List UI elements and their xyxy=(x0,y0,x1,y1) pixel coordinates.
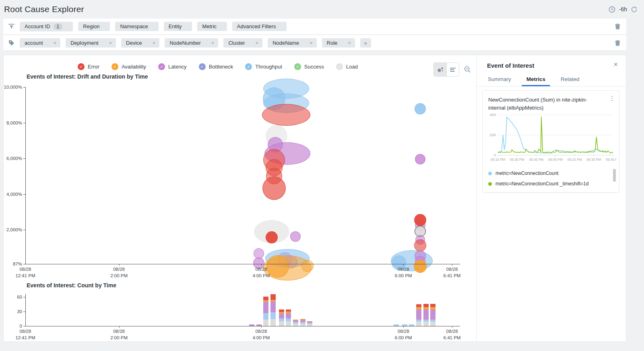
bar-segment-throughput[interactable] xyxy=(293,322,298,324)
bar-segment-error[interactable] xyxy=(263,297,268,301)
tag-pill-deployment[interactable]: Deployment× xyxy=(66,38,116,48)
bar-segment-throughput[interactable] xyxy=(423,320,429,322)
tag-pill-role[interactable]: Role× xyxy=(322,38,355,48)
event-bubble-error[interactable] xyxy=(262,104,310,126)
bar-segment-availability[interactable] xyxy=(293,320,298,320)
bar-segment-availability[interactable] xyxy=(430,307,436,309)
bar-segment-latency[interactable] xyxy=(300,320,305,322)
bubble-view-button[interactable] xyxy=(434,63,446,76)
bar-segment-error[interactable] xyxy=(286,309,291,312)
event-bubble-availability[interactable] xyxy=(414,260,427,273)
bar-segment-load[interactable] xyxy=(270,319,276,326)
bar-segment-latency[interactable] xyxy=(430,309,436,320)
bar-segment-throughput[interactable] xyxy=(300,322,305,324)
remove-tag-icon[interactable]: × xyxy=(54,40,57,46)
bar-segment-latency[interactable] xyxy=(286,313,291,318)
event-bubble-latency[interactable] xyxy=(415,154,425,164)
bar-segment-load[interactable] xyxy=(279,321,284,326)
close-icon[interactable]: × xyxy=(613,60,618,69)
legend-scrollbar[interactable] xyxy=(613,169,616,182)
event-bubble-latency[interactable] xyxy=(290,231,301,242)
event-bubble-error[interactable] xyxy=(414,239,426,251)
bar-segment-error[interactable] xyxy=(279,309,284,312)
bar-segment-load[interactable] xyxy=(286,321,291,326)
filter-pill-metric[interactable]: Metric xyxy=(197,22,227,31)
legend-item-availability[interactable]: ✓Availability xyxy=(111,63,146,70)
bar-segment-latency[interactable] xyxy=(423,309,429,320)
metric-legend-item[interactable]: metric=NewConnectionCount _timeshift=1d xyxy=(488,179,613,189)
remove-tag-icon[interactable]: × xyxy=(153,40,156,46)
add-tag-button[interactable]: + xyxy=(360,38,371,48)
bar-segment-load[interactable] xyxy=(423,322,429,326)
time-range-value[interactable]: -6h xyxy=(619,6,627,12)
bar-segment-availability[interactable] xyxy=(300,320,305,320)
remove-tag-icon[interactable]: × xyxy=(109,40,112,46)
bar-segment-availability[interactable] xyxy=(423,307,429,309)
bar-segment-availability[interactable] xyxy=(279,312,284,314)
bar-segment-load[interactable] xyxy=(307,324,312,326)
remove-tag-icon[interactable]: × xyxy=(256,40,259,46)
bar-segment-availability[interactable] xyxy=(286,312,291,313)
legend-item-bottleneck[interactable]: ✓Bottleneck xyxy=(199,63,233,70)
bar-segment-throughput[interactable] xyxy=(402,324,407,326)
bar-segment-latency[interactable] xyxy=(293,320,298,322)
bar-segment-throughput[interactable] xyxy=(307,323,312,324)
bar-segment-error[interactable] xyxy=(416,304,421,307)
bar-segment-throughput[interactable] xyxy=(409,324,414,326)
clock-icon[interactable] xyxy=(609,6,615,13)
bar-segment-error[interactable] xyxy=(423,304,429,307)
tag-pill-account[interactable]: account× xyxy=(20,38,60,48)
bar-segment-throughput[interactable] xyxy=(430,320,436,322)
refresh-icon[interactable] xyxy=(631,6,638,13)
filter-pill-entity[interactable]: Entity xyxy=(164,22,192,31)
bar-segment-error[interactable] xyxy=(270,294,276,300)
bar-segment-load[interactable] xyxy=(416,322,421,326)
event-bubble-latency[interactable] xyxy=(254,248,264,259)
bar-segment-latency[interactable] xyxy=(416,309,421,320)
legend-item-throughput[interactable]: ✓Throughput xyxy=(245,63,282,70)
bar-segment-latency[interactable] xyxy=(279,314,284,318)
bar-segment-throughput[interactable] xyxy=(286,318,291,321)
remove-tag-icon[interactable]: × xyxy=(310,40,313,46)
bar-segment-load[interactable] xyxy=(263,320,268,326)
bar-segment-availability[interactable] xyxy=(307,321,312,322)
tab-summary[interactable]: Summary xyxy=(483,74,516,86)
event-bubble-availability[interactable] xyxy=(266,255,289,278)
bar-segment-load[interactable] xyxy=(293,324,298,326)
bar-segment-latency[interactable] xyxy=(256,324,262,326)
bar-segment-load[interactable] xyxy=(300,324,305,326)
bar-segment-throughput[interactable] xyxy=(270,312,276,319)
tag-pill-cluster[interactable]: Cluster× xyxy=(223,38,262,48)
bar-segment-latency[interactable] xyxy=(263,302,268,313)
event-bubble-error[interactable] xyxy=(262,177,286,200)
bar-segment-availability[interactable] xyxy=(270,300,276,301)
bar-segment-availability[interactable] xyxy=(416,307,421,309)
remove-tag-icon[interactable]: × xyxy=(348,40,351,46)
zoom-out-icon[interactable] xyxy=(464,66,471,73)
legend-item-load[interactable]: ✓Load xyxy=(336,63,358,70)
bar-segment-latency[interactable] xyxy=(249,324,254,326)
bar-segment-load[interactable] xyxy=(430,322,436,326)
bar-segment-throughput[interactable] xyxy=(263,313,268,320)
event-bubble-availability[interactable] xyxy=(301,260,314,272)
tab-related[interactable]: Related xyxy=(556,74,584,86)
filter-pill-advanced-filters[interactable]: Advanced Filters xyxy=(232,22,287,31)
filter-pill-namespace[interactable]: Namespace xyxy=(115,22,158,31)
bar-segment-throughput[interactable] xyxy=(279,318,284,321)
bar-segment-throughput[interactable] xyxy=(394,324,399,326)
bar-segment-latency[interactable] xyxy=(270,301,276,313)
clear-tags-trash-icon[interactable] xyxy=(615,39,621,46)
remove-tag-icon[interactable]: × xyxy=(211,40,215,46)
filter-pill-account-id[interactable]: Account ID1 xyxy=(20,22,73,31)
tag-pill-nodename[interactable]: NodeName× xyxy=(268,38,316,48)
legend-item-latency[interactable]: ✓Latency xyxy=(158,63,187,70)
bar-segment-throughput[interactable] xyxy=(416,320,421,322)
bar-segment-availability[interactable] xyxy=(263,300,268,302)
clear-filters-trash-icon[interactable] xyxy=(615,23,621,30)
event-bubble-throughput[interactable] xyxy=(415,103,426,114)
filter-pill-region[interactable]: Region xyxy=(78,22,110,31)
bar-segment-error[interactable] xyxy=(430,304,436,307)
tab-metrics[interactable]: Metrics xyxy=(522,74,550,86)
legend-item-error[interactable]: ✓Error xyxy=(78,63,99,70)
tag-pill-nodenumber[interactable]: NodeNumber× xyxy=(165,38,218,48)
